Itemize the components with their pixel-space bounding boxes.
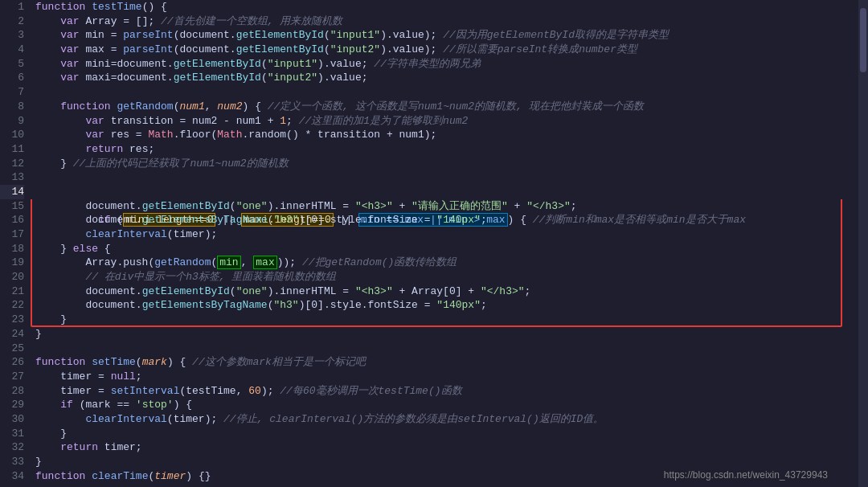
code-line-17: clearInterval(timer); bbox=[31, 227, 858, 242]
ln-13: 13 bbox=[0, 170, 24, 185]
ln-9: 9 bbox=[0, 114, 24, 129]
code-line-31: } bbox=[31, 427, 858, 441]
ln-1: 1 bbox=[0, 0, 24, 14]
scrollbar[interactable] bbox=[858, 0, 868, 487]
line-numbers: 1 2 3 4 5 6 7 8 9 10 11 12 13 14 15 16 1… bbox=[0, 0, 31, 487]
ln-26: 26 bbox=[0, 355, 24, 370]
code-line-32: return timer; bbox=[31, 440, 858, 455]
code-line-6: var maxi=document.getElementById("input2… bbox=[31, 71, 858, 85]
ln-33: 33 bbox=[0, 455, 24, 469]
ln-25: 25 bbox=[0, 342, 24, 356]
ln-7: 7 bbox=[0, 85, 24, 100]
code-line-4: var max = parseInt(document.getElementBy… bbox=[31, 43, 858, 57]
ln-14: 14 bbox=[0, 185, 24, 199]
ln-19: 19 bbox=[0, 256, 24, 270]
ln-8: 8 bbox=[0, 100, 24, 114]
ln-20: 20 bbox=[0, 270, 24, 284]
ln-15: 15 bbox=[0, 199, 24, 214]
ln-17: 17 bbox=[0, 227, 24, 242]
code-line-12: } //上面的代码已经获取了num1~num2的随机数 bbox=[31, 157, 858, 171]
ln-27: 27 bbox=[0, 370, 24, 384]
code-line-28: timer = setInterval(testTime, 60); //每60… bbox=[31, 384, 858, 399]
code-line-27: timer = null; bbox=[31, 370, 858, 384]
code-line-20: // 在div中显示一个h3标签, 里面装着随机数的数组 bbox=[31, 270, 858, 284]
ln-4: 4 bbox=[0, 43, 24, 57]
ln-3: 3 bbox=[0, 28, 24, 43]
code-line-8: function getRandom(num1, num2) { //定义一个函… bbox=[31, 100, 858, 114]
ln-2: 2 bbox=[0, 14, 24, 29]
ln-28: 28 bbox=[0, 384, 24, 399]
ln-5: 5 bbox=[0, 57, 24, 72]
code-line-5: var mini=document.getElementById("input1… bbox=[31, 57, 858, 72]
code-line-16: document.getElementsByTagName("h3")[0].s… bbox=[31, 213, 858, 227]
code-line-14: if (mini.length==0 || maxi.length==0 || … bbox=[31, 185, 858, 199]
watermark: https://blog.csdn.net/weixin_43729943 bbox=[664, 469, 828, 481]
code-line-26: function setTime(mark) { //这个参数mark相当于是一… bbox=[31, 355, 858, 370]
code-line-33: } bbox=[31, 455, 858, 469]
ln-10: 10 bbox=[0, 128, 24, 142]
ln-34: 34 bbox=[0, 469, 24, 484]
code-line-1: function testTime() { bbox=[31, 0, 858, 14]
code-line-2: var Array = []; //首先创建一个空数组, 用来放随机数 bbox=[31, 14, 858, 29]
ln-16: 16 bbox=[0, 213, 24, 227]
code-line-24: } bbox=[31, 327, 858, 342]
ln-30: 30 bbox=[0, 412, 24, 427]
code-line-21: document.getElementById("one").innerHTML… bbox=[31, 284, 858, 299]
ln-29: 29 bbox=[0, 398, 24, 412]
ln-31: 31 bbox=[0, 427, 24, 441]
code-line-3: var min = parseInt(document.getElementBy… bbox=[31, 28, 858, 43]
code-line-23: } bbox=[31, 313, 858, 327]
code-line-29: if (mark == 'stop') { bbox=[31, 398, 858, 412]
code-editor: 1 2 3 4 5 6 7 8 9 10 11 12 13 14 15 16 1… bbox=[0, 0, 868, 487]
ln-23: 23 bbox=[0, 313, 24, 327]
ln-32: 32 bbox=[0, 440, 24, 455]
ln-12: 12 bbox=[0, 157, 24, 171]
code-line-25 bbox=[31, 342, 858, 356]
code-line-13 bbox=[31, 170, 858, 185]
code-line-19: Array.push(getRandom(min, max)); //把getR… bbox=[31, 256, 858, 270]
ln-11: 11 bbox=[0, 142, 24, 157]
code-line-15: document.getElementById("one").innerHTML… bbox=[31, 199, 858, 214]
code-line-30: clearInterval(timer); //停止, clearInterva… bbox=[31, 412, 858, 427]
code-line-22: document.getElementsByTagName("h3")[0].s… bbox=[31, 298, 858, 313]
ln-18: 18 bbox=[0, 242, 24, 256]
ln-21: 21 bbox=[0, 284, 24, 299]
ln-6: 6 bbox=[0, 71, 24, 85]
ln-22: 22 bbox=[0, 298, 24, 313]
code-line-18: } else { bbox=[31, 242, 858, 256]
code-content: function testTime() { var Array = []; //… bbox=[31, 0, 858, 487]
code-line-11: return res; bbox=[31, 142, 858, 157]
scrollbar-thumb[interactable] bbox=[860, 8, 866, 72]
ln-24: 24 bbox=[0, 327, 24, 342]
code-line-7 bbox=[31, 85, 858, 100]
code-line-10: var res = Math.floor(Math.random() * tra… bbox=[31, 128, 858, 142]
code-line-9: var transition = num2 - num1 + 1; //这里面的… bbox=[31, 114, 858, 129]
